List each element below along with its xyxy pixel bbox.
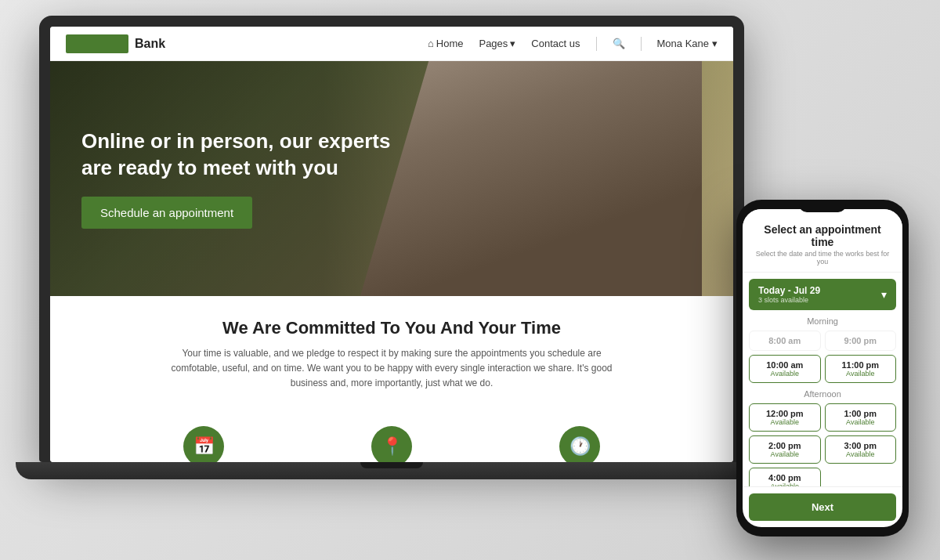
chevron-down-icon: ▾: [510, 38, 515, 49]
laptop-notch: [360, 462, 423, 468]
time-slot-3pm[interactable]: 3:00 pm Available: [825, 435, 897, 464]
time-text: 12:00 pm: [756, 409, 814, 418]
time-text: 1:00 pm: [832, 409, 890, 418]
nav-divider: [596, 37, 597, 51]
laptop-device: Bank ⌂ Home Pages ▾ Contact us 🔍: [39, 16, 744, 501]
site-navbar: Bank ⌂ Home Pages ▾ Contact us 🔍: [50, 27, 733, 61]
availability-text: Available: [756, 370, 814, 378]
slots-count: 3 slots available: [758, 296, 820, 304]
time-slot-1pm[interactable]: 1:00 pm Available: [825, 403, 897, 432]
time-text: 11:00 pm: [832, 360, 890, 370]
phone-body-content[interactable]: Today - Jul 29 3 slots available ▾ Morni…: [743, 273, 902, 486]
user-menu[interactable]: Mona Kane ▾: [657, 38, 718, 49]
nav-links: ⌂ Home Pages ▾ Contact us 🔍 Mona Kane ▾: [428, 37, 718, 51]
phone-footer: Next: [743, 486, 902, 527]
morning-time-grid: 8:00 am 9:00 pm 10:00 am Available 11:00…: [749, 331, 896, 383]
nav-home[interactable]: ⌂ Home: [428, 38, 464, 49]
afternoon-time-grid: 12:00 pm Available 1:00 pm Available 2:0…: [749, 403, 896, 486]
time-slot-11pm[interactable]: 11:00 pm Available: [825, 355, 897, 383]
laptop-base: [16, 462, 768, 479]
commitment-title: We Are Committed To You And Your Time: [81, 318, 702, 338]
appointment-time-subtitle: Select the date and time the works best …: [752, 250, 893, 266]
commitment-description: Your time is valuable, and we pledge to …: [164, 346, 619, 392]
feature-reminders: 🕐 Timely Reminders Our automated confirm…: [501, 426, 658, 462]
logo-green-box: [66, 34, 128, 53]
phone-screen: Select an appointment time Select the da…: [743, 209, 902, 527]
time-text: 4:00 pm: [756, 473, 814, 482]
appointment-time-title: Select an appointment time: [752, 223, 893, 248]
morning-label: Morning: [749, 316, 896, 326]
date-selector-info: Today - Jul 29 3 slots available: [758, 285, 820, 304]
time-text: 10:00 am: [756, 360, 814, 370]
selected-date: Today - Jul 29: [758, 285, 820, 296]
phone-notch: [799, 200, 846, 212]
nav-contact[interactable]: Contact us: [531, 38, 580, 49]
nav-divider-2: [641, 37, 642, 51]
logo-text: Bank: [135, 37, 165, 51]
availability-text: Available: [832, 418, 890, 426]
user-chevron-icon: ▾: [712, 38, 718, 49]
phone-device: Select an appointment time Select the da…: [736, 200, 909, 537]
hero-section: Online or in person, our experts are rea…: [50, 61, 733, 296]
time-slot-4pm[interactable]: 4:00 pm Available: [749, 468, 821, 486]
availability-text: Available: [832, 370, 890, 378]
time-text: 3:00 pm: [832, 441, 890, 450]
nav-pages[interactable]: Pages ▾: [479, 38, 515, 49]
date-selector[interactable]: Today - Jul 29 3 slots available ▾: [749, 279, 896, 310]
scheduling-icon: 📅: [183, 426, 224, 462]
home-icon: ⌂: [428, 38, 434, 49]
time-slot-empty: [825, 468, 897, 486]
hero-background-person: [360, 61, 702, 296]
time-slot-9pm[interactable]: 9:00 pm: [825, 331, 897, 351]
time-slot-10am[interactable]: 10:00 am Available: [749, 355, 821, 383]
date-chevron-icon: ▾: [881, 288, 887, 301]
hero-content: Online or in person, our experts are rea…: [81, 128, 410, 229]
hero-title: Online or in person, our experts are rea…: [81, 128, 410, 182]
phone-body: Select an appointment time Select the da…: [736, 200, 909, 537]
site-logo: Bank: [66, 34, 165, 53]
time-text: 8:00 am: [756, 336, 814, 345]
time-slot-12pm[interactable]: 12:00 pm Available: [749, 403, 821, 432]
laptop-body: Bank ⌂ Home Pages ▾ Contact us 🔍: [39, 16, 744, 462]
availability-text: Available: [756, 450, 814, 458]
afternoon-label: Afternoon: [749, 389, 896, 399]
schedule-appointment-button[interactable]: Schedule an appointment: [81, 197, 252, 229]
time-text: 9:00 pm: [832, 336, 890, 345]
time-slot-8am[interactable]: 8:00 am: [749, 331, 821, 351]
time-slot-2pm[interactable]: 2:00 pm Available: [749, 435, 821, 464]
availability-text: Available: [832, 450, 890, 458]
time-text: 2:00 pm: [756, 441, 814, 450]
search-icon[interactable]: 🔍: [613, 38, 625, 49]
commitment-section: We Are Committed To You And Your Time Yo…: [50, 296, 733, 426]
phone-header: Select an appointment time Select the da…: [743, 209, 902, 273]
next-button[interactable]: Next: [749, 493, 896, 521]
feature-branches: 📍 Nearby Branches We make it easy to cho…: [313, 426, 470, 462]
feature-scheduling: 📅 Stress-Free Scheduling Our online sche…: [125, 426, 282, 462]
availability-text: Available: [756, 418, 814, 426]
reminders-icon: 🕐: [559, 426, 600, 462]
features-section: 📅 Stress-Free Scheduling Our online sche…: [50, 426, 733, 462]
laptop-screen: Bank ⌂ Home Pages ▾ Contact us 🔍: [50, 27, 733, 462]
branches-icon: 📍: [371, 426, 412, 462]
